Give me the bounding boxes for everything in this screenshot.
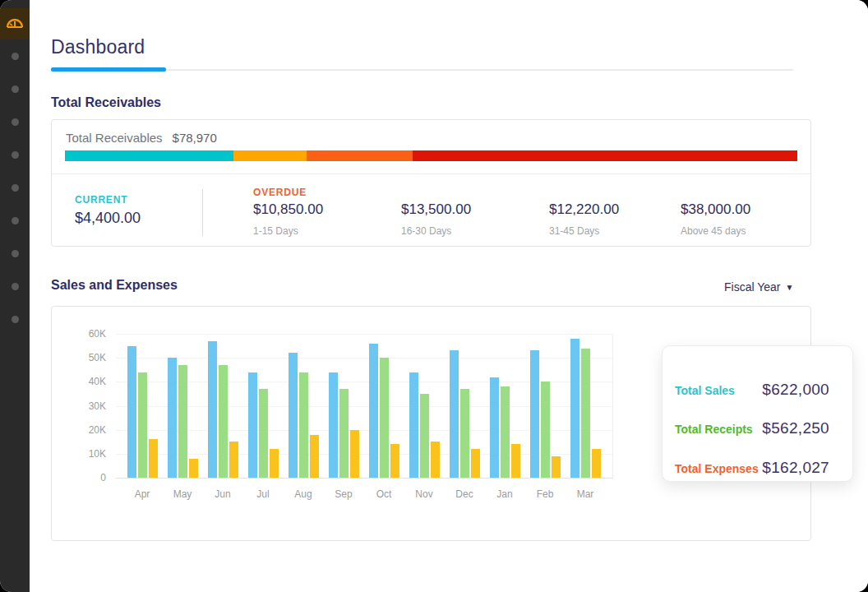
bar-group-aug[interactable]: [289, 353, 319, 478]
app-window: Dashboard Total Receivables Total Receiv…: [0, 0, 868, 592]
receivables-bar-segment-overdue-1-15: [233, 150, 307, 161]
sidebar-item-placeholder[interactable]: [12, 86, 19, 93]
card-divider: [52, 173, 810, 174]
bar-receipts-feb[interactable]: [541, 382, 550, 478]
bar-expenses-may[interactable]: [189, 459, 198, 478]
bar-receipts-dec[interactable]: [460, 389, 469, 478]
bar-sales-jan[interactable]: [490, 377, 499, 479]
bar-group-mar[interactable]: [570, 339, 601, 478]
bar-receipts-aug[interactable]: [299, 372, 308, 478]
bar-group-feb[interactable]: [530, 350, 561, 478]
bar-sales-sep[interactable]: [329, 372, 338, 478]
bar-sales-jun[interactable]: [208, 341, 217, 478]
bucket-amount: $13,500.00: [401, 201, 541, 218]
bar-sales-apr[interactable]: [127, 346, 136, 478]
x-axis-tick: Oct: [364, 488, 404, 500]
bar-expenses-sep[interactable]: [350, 430, 359, 478]
bar-sales-mar[interactable]: [570, 339, 579, 478]
bar-expenses-feb[interactable]: [552, 456, 561, 478]
bar-group-jun[interactable]: [208, 341, 238, 478]
bar-sales-jul[interactable]: [248, 372, 257, 478]
receivables-summary: Total Receivables$78,970: [66, 131, 217, 145]
bar-receipts-oct[interactable]: [380, 358, 389, 478]
receivables-summary-value: $78,970: [173, 131, 217, 145]
bar-expenses-jan[interactable]: [511, 444, 520, 478]
gridline: [116, 478, 613, 479]
x-axis-tick: Jul: [243, 488, 283, 500]
receivables-bar-segment-overdue-16-30: [307, 150, 413, 161]
sidebar-item-placeholder[interactable]: [12, 118, 19, 126]
x-axis-tick: Sep: [324, 488, 363, 500]
bar-receipts-mar[interactable]: [581, 349, 590, 479]
x-axis-tick: Nov: [404, 488, 444, 500]
dashboard-gauge-icon: [6, 15, 24, 33]
bar-expenses-aug[interactable]: [310, 435, 319, 479]
bar-expenses-nov[interactable]: [431, 442, 440, 478]
y-axis-tick: 10K: [72, 448, 106, 460]
y-axis-tick: 30K: [72, 400, 106, 412]
total-expenses-row: Total Expenses $162,027: [675, 459, 829, 477]
total-expenses-value: $162,027: [762, 459, 829, 477]
active-tab-indicator: [51, 67, 166, 72]
bar-sales-dec[interactable]: [450, 350, 459, 478]
totals-summary-card: Total Sales $622,000 Total Receipts $562…: [662, 345, 853, 482]
total-receipts-row: Total Receipts $562,250: [675, 419, 829, 437]
sidebar-item-dashboard[interactable]: [0, 8, 30, 39]
bar-group-jan[interactable]: [490, 377, 520, 479]
bucket-amount: $38,000.00: [681, 201, 820, 218]
overdue-bucket-1-15: $10,850.00 1-15 Days: [253, 201, 393, 237]
bar-receipts-sep[interactable]: [339, 389, 349, 478]
sidebar-item-placeholder[interactable]: [12, 283, 19, 290]
bar-expenses-oct[interactable]: [390, 444, 399, 478]
total-sales-row: Total Sales $622,000: [675, 381, 829, 399]
sidebar-item-placeholder[interactable]: [12, 217, 19, 224]
bar-group-nov[interactable]: [409, 372, 440, 478]
sidebar-item-placeholder[interactable]: [12, 316, 19, 323]
bar-receipts-jun[interactable]: [219, 365, 228, 478]
bar-sales-oct[interactable]: [369, 344, 378, 478]
x-axis-tick: Jan: [485, 488, 524, 500]
bar-receipts-jan[interactable]: [501, 386, 510, 478]
x-axis-tick: Dec: [445, 488, 484, 500]
sidebar-item-placeholder[interactable]: [12, 184, 19, 192]
bar-receipts-apr[interactable]: [138, 372, 147, 478]
bar-receipts-nov[interactable]: [420, 394, 429, 478]
receivables-bar-segment-current: [65, 150, 233, 161]
bar-group-apr[interactable]: [127, 346, 158, 478]
overdue-bucket-16-30: $13,500.00 16-30 Days: [401, 201, 541, 237]
bar-expenses-jul[interactable]: [270, 449, 279, 478]
bar-group-dec[interactable]: [450, 350, 480, 478]
chart-plot: 60K50K40K30K20K10K0AprMayJunJulAugSepOct…: [116, 334, 613, 478]
bar-receipts-may[interactable]: [178, 365, 187, 478]
total-receipts-label: Total Receipts: [675, 423, 753, 436]
y-axis-tick: 40K: [72, 376, 106, 387]
plot-right-border: [612, 334, 613, 478]
bucket-period: 31-45 Days: [549, 225, 689, 237]
total-expenses-label: Total Expenses: [675, 462, 759, 475]
x-axis-tick: Aug: [284, 488, 323, 500]
sidebar-item-placeholder[interactable]: [12, 53, 19, 60]
sidebar-item-placeholder[interactable]: [12, 250, 19, 257]
bar-sales-may[interactable]: [168, 358, 177, 478]
bar-group-sep[interactable]: [329, 372, 359, 478]
y-axis-tick: 50K: [72, 352, 106, 363]
bar-expenses-jun[interactable]: [229, 442, 238, 478]
bar-receipts-jul[interactable]: [259, 389, 268, 478]
bar-group-oct[interactable]: [369, 344, 399, 478]
bar-expenses-mar[interactable]: [592, 449, 601, 478]
bar-sales-feb[interactable]: [530, 350, 539, 478]
overdue-bucket-31-45: $12,220.00 31-45 Days: [549, 201, 689, 237]
receivables-bar[interactable]: [65, 150, 797, 161]
bar-group-jul[interactable]: [248, 372, 279, 478]
chevron-down-icon: ▼: [785, 283, 793, 292]
bar-sales-nov[interactable]: [409, 372, 418, 478]
bar-group-may[interactable]: [168, 358, 198, 478]
bar-expenses-dec[interactable]: [471, 449, 480, 478]
gridline: [116, 334, 613, 335]
sidebar-dots: [0, 53, 30, 323]
bar-sales-aug[interactable]: [289, 353, 298, 478]
fiscal-year-dropdown[interactable]: Fiscal Year ▼: [724, 280, 793, 294]
y-axis-tick: 0: [72, 472, 106, 483]
sidebar-item-placeholder[interactable]: [12, 151, 19, 159]
bar-expenses-apr[interactable]: [149, 439, 158, 478]
